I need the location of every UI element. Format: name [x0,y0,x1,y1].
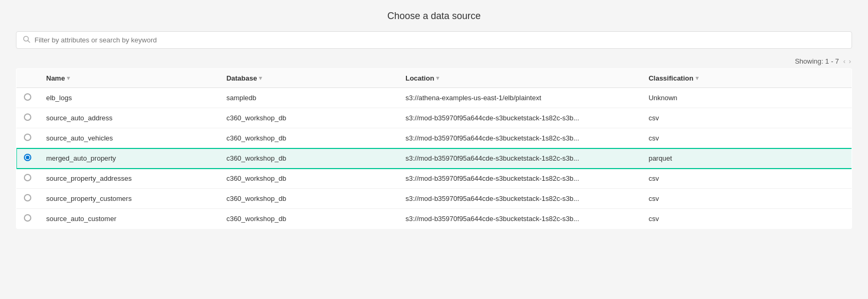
radio-button[interactable] [24,194,31,201]
header-location[interactable]: Location ▾ [398,69,641,88]
cell-database: c360_workshop_db [219,128,398,148]
radio-cell[interactable] [16,128,39,148]
radio-cell[interactable] [16,108,39,128]
cell-classification: csv [641,128,852,148]
cell-location: s3://mod-b35970f95a644cde-s3bucketstack-… [398,128,641,148]
prev-page-button[interactable]: ‹ [842,57,846,65]
header-database[interactable]: Database ▾ [219,69,398,88]
radio-cell[interactable] [16,148,39,169]
cell-classification: csv [641,108,852,128]
cell-classification: parquet [641,148,852,169]
next-page-button[interactable]: › [848,57,852,65]
cell-database: c360_workshop_db [219,148,398,169]
showing-row: Showing: 1 - 7 ‹ › [16,57,852,65]
cell-name: merged_auto_property [39,148,219,169]
page-title: Choose a data source [16,11,852,22]
cell-name: source_property_customers [39,189,219,209]
page-container: Choose a data source Showing: 1 - 7 ‹ › … [0,0,868,299]
cell-database: c360_workshop_db [219,189,398,209]
cell-database: c360_workshop_db [219,108,398,128]
radio-button[interactable] [24,93,31,101]
search-input[interactable] [34,36,845,44]
header-name[interactable]: Name ▾ [39,69,219,88]
cell-database: sampledb [219,88,398,108]
search-bar [16,31,852,49]
radio-button[interactable] [24,134,31,141]
radio-button[interactable] [24,154,31,161]
radio-cell[interactable] [16,169,39,189]
cell-location: s3://mod-b35970f95a644cde-s3bucketstack-… [398,108,641,128]
cell-classification: csv [641,209,852,229]
radio-cell[interactable] [16,209,39,229]
search-icon [23,36,30,45]
table-body: elb_logssampledbs3://athena-examples-us-… [16,88,852,229]
name-sort-icon: ▾ [67,75,70,82]
classification-sort-icon: ▾ [696,75,699,82]
cell-name: source_auto_vehicles [39,128,219,148]
cell-location: s3://mod-b35970f95a644cde-s3bucketstack-… [398,209,641,229]
pagination-arrows: ‹ › [842,57,852,65]
table-row[interactable]: source_auto_vehiclesc360_workshop_dbs3:/… [16,128,852,148]
table-row[interactable]: elb_logssampledbs3://athena-examples-us-… [16,88,852,108]
radio-button[interactable] [24,214,31,222]
table-row[interactable]: source_property_addressesc360_workshop_d… [16,169,852,189]
radio-cell[interactable] [16,88,39,108]
table-row[interactable]: source_property_customersc360_workshop_d… [16,189,852,209]
data-table: Name ▾ Database ▾ Location ▾ [16,68,852,229]
table-row[interactable]: source_auto_customerc360_workshop_dbs3:/… [16,209,852,229]
header-select [16,69,39,88]
location-sort-icon: ▾ [436,75,439,82]
header-classification[interactable]: Classification ▾ [641,69,852,88]
cell-name: source_auto_address [39,108,219,128]
database-sort-icon: ▾ [259,75,262,82]
radio-button[interactable] [24,174,31,181]
cell-classification: csv [641,169,852,189]
cell-location: s3://mod-b35970f95a644cde-s3bucketstack-… [398,189,641,209]
cell-database: c360_workshop_db [219,169,398,189]
radio-cell[interactable] [16,189,39,209]
showing-label: Showing: 1 - 7 [795,57,839,65]
cell-location: s3://mod-b35970f95a644cde-s3bucketstack-… [398,169,641,189]
cell-database: c360_workshop_db [219,209,398,229]
header-row: Name ▾ Database ▾ Location ▾ [16,69,852,88]
cell-classification: csv [641,189,852,209]
cell-location: s3://mod-b35970f95a644cde-s3bucketstack-… [398,148,641,169]
svg-line-1 [28,41,30,43]
cell-name: source_auto_customer [39,209,219,229]
cell-name: elb_logs [39,88,219,108]
cell-classification: Unknown [641,88,852,108]
table-row[interactable]: source_auto_addressc360_workshop_dbs3://… [16,108,852,128]
radio-button[interactable] [24,113,31,121]
cell-location: s3://athena-examples-us-east-1/elb/plain… [398,88,641,108]
cell-name: source_property_addresses [39,169,219,189]
table-header: Name ▾ Database ▾ Location ▾ [16,69,852,88]
table-row[interactable]: merged_auto_propertyc360_workshop_dbs3:/… [16,148,852,169]
